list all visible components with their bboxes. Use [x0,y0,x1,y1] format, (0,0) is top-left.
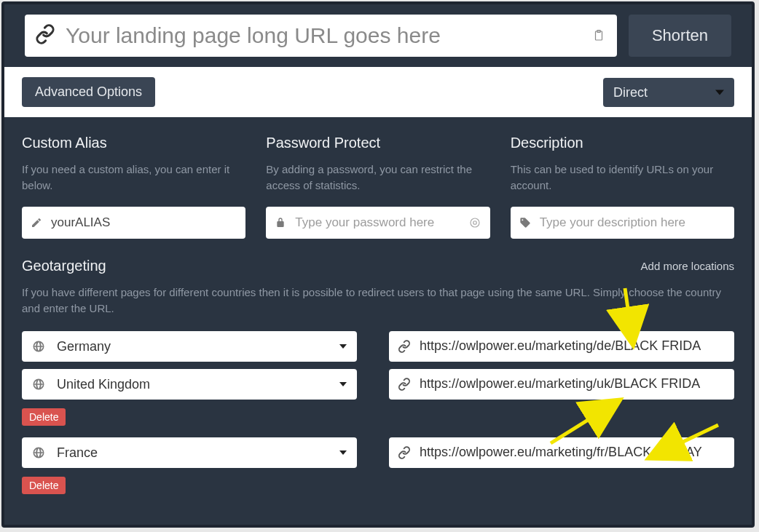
svg-point-2 [471,218,479,227]
geo-url-input[interactable] [420,338,725,354]
custom-alias-title: Custom Alias [22,135,245,151]
country-select[interactable]: France [57,437,357,468]
geo-url-box [389,369,734,400]
description-title: Description [511,135,734,151]
options-bar: Advanced Options Direct [4,67,752,117]
delete-button[interactable]: Delete [22,477,66,494]
paste-icon[interactable] [591,26,607,45]
custom-alias-column: Custom Alias If you need a custom alias,… [22,135,245,239]
link-icon [398,340,411,353]
globe-icon [32,378,45,391]
lock-icon [275,217,286,229]
globe-icon [32,446,45,459]
svg-point-3 [473,221,476,225]
custom-alias-input[interactable] [51,215,237,230]
password-title: Password Protect [266,135,489,151]
description-column: Description This can be used to identify… [511,135,734,239]
geo-row: France [22,437,734,468]
password-input[interactable] [295,215,459,230]
password-input-box [266,207,489,239]
custom-alias-input-box [22,207,245,239]
geo-url-input[interactable] [420,445,725,460]
geotargeting-title: Geotargeting [22,258,106,274]
geotargeting-desc: If you have different pages for differen… [22,285,734,317]
tag-icon [519,217,531,229]
geo-row: United Kingdom [22,369,734,400]
password-desc: By adding a password, you can restrict t… [266,162,489,194]
redirect-type-select[interactable]: Direct [603,78,734,107]
geo-url-box [389,437,734,468]
globe-icon [32,340,45,353]
link-icon [398,378,411,391]
add-more-locations-link[interactable]: Add more locations [641,260,734,272]
link-icon [35,24,55,47]
geo-row: Germany [22,331,734,362]
geo-url-input[interactable] [420,376,725,392]
password-column: Password Protect By adding a password, y… [266,135,489,239]
shorten-button[interactable]: Shorten [629,15,731,57]
country-select-wrap: France [22,437,357,468]
eye-icon[interactable] [468,216,481,229]
country-select[interactable]: United Kingdom [57,369,357,400]
country-select-wrap: Germany [22,331,357,362]
description-desc: This can be used to identify URLs on you… [511,162,734,194]
country-select[interactable]: Germany [57,331,357,362]
advanced-content: Custom Alias If you need a custom alias,… [4,117,752,520]
custom-alias-desc: If you need a custom alias, you can ente… [22,162,245,194]
url-input-container [25,15,617,57]
url-input[interactable] [66,23,581,48]
pencil-icon [31,217,42,229]
link-icon [398,446,411,459]
redirect-type-select-wrap: Direct [603,78,734,107]
country-select-wrap: United Kingdom [22,369,357,400]
delete-button[interactable]: Delete [22,408,66,426]
advanced-options-button[interactable]: Advanced Options [22,77,155,107]
geo-url-box [389,331,734,362]
url-shorten-row: Shorten [4,4,752,67]
description-input-box [511,207,734,239]
description-input[interactable] [540,215,725,230]
